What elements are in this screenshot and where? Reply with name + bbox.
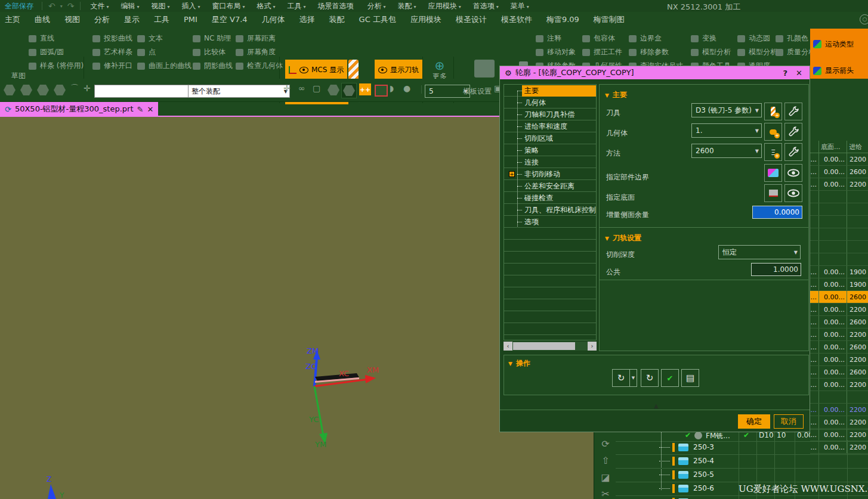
ribbon-item[interactable]: 圆弧/圆 [29,45,84,59]
solid-cube-icon[interactable] [328,85,339,95]
select-part-boundary-button[interactable] [764,164,782,182]
ribbon-item[interactable]: 孔颜色 [776,32,816,45]
table-row[interactable] [810,216,868,228]
ribbon-tab[interactable]: 显示 [124,14,140,25]
mcs-display-button[interactable]: MCS 显示 [285,60,347,80]
save-all-button[interactable]: 全部保存 [0,1,38,11]
table-row[interactable]: ... 0.00... 2200 [810,416,868,429]
menu-item[interactable]: 菜单▾ [505,1,535,11]
generate-toolpath-button[interactable]: ↻ [612,369,630,387]
table-row[interactable]: ... 0.00... 2600 [810,366,868,379]
new-method-button[interactable]: Ξ + [764,143,782,161]
dialog-tree-item[interactable]: + 刀具、程序和机床控制 [504,204,596,216]
curve-icon[interactable]: ⌒ [70,83,79,94]
geometry-dropdown[interactable]: 1. [691,123,762,138]
solid-cube-icon[interactable] [20,85,32,95]
ribbon-item[interactable]: 边界盒 [629,32,683,45]
menu-item[interactable]: 格式▾ [251,1,282,11]
table-row[interactable] [810,228,868,241]
dialog-tree-item[interactable]: + 几何体 [504,97,596,109]
ribbon-item[interactable]: 阴影曲线 [193,59,233,73]
tree-horizontal-scrollbar[interactable]: ‹ › [503,342,597,351]
table-row[interactable]: ... 0.00... 2200 [810,379,868,391]
navigator-folder-row[interactable]: 250-7 [616,496,868,499]
table-row[interactable]: ... 0.00... 2600 [810,166,868,178]
navigator-folder-row[interactable]: 250-4 [616,455,868,469]
solid-cube-icon[interactable] [37,85,49,95]
table-row[interactable]: ... 0.00... 2200 [810,429,868,441]
column-header-bottom[interactable]: 底面... [819,141,847,153]
menu-item[interactable]: 窗口布局▾ [206,1,251,11]
column-header-feed[interactable]: 进给 [847,141,868,153]
ribbon-item[interactable]: 屏幕距离 [236,32,283,45]
table-row[interactable]: ... 0.00... 2200 [810,153,868,166]
ribbon-tab[interactable]: 模圣设计 [456,14,487,25]
table-row[interactable]: ... 0.00... 2200 [810,354,868,366]
ribbon-tab[interactable]: 主页 [5,14,20,25]
table-row[interactable]: ... 0.00... 2200 [810,404,868,416]
table-row[interactable]: ... 0.00... 2200 [810,328,868,341]
dialog-tree-item[interactable]: + 连接 [504,156,596,168]
ribbon-tab[interactable]: 视图 [64,14,80,25]
ribbon-item[interactable]: 曲面上的曲线 [137,59,191,73]
ok-button[interactable]: 确定 [738,414,770,429]
group-header-action[interactable]: ▼操作 [508,358,530,368]
close-dialog-button[interactable]: ✕ [793,69,805,78]
ribbon-item[interactable]: 摆正工件 [582,45,622,59]
redo-icon[interactable]: ↷ [67,1,75,11]
replay-toolpath-button[interactable]: ↻ [641,369,659,387]
ribbon-item[interactable]: 艺术样条 [92,45,132,59]
ribbon-item[interactable]: 检查几何体 [236,59,283,73]
table-row[interactable]: ... 0.00... 2200 [810,178,868,191]
new-geometry-button[interactable]: + [764,123,782,141]
template-settings-button[interactable]: 模板设置 [463,86,492,97]
tool-icon[interactable]: ✂ [601,489,609,499]
ribbon-item[interactable]: 模型分析 [737,45,777,59]
dialog-tree-item[interactable]: + 选项 [504,216,596,228]
solid-cube-icon[interactable] [54,85,66,95]
dialog-tree-item[interactable]: + 碰撞检查 [504,192,596,204]
ribbon-item[interactable]: 包容体 [582,32,622,45]
ribbon-tab[interactable]: 应用模块 [410,14,441,25]
dialog-tree-item[interactable]: + 切削区域 [504,132,596,144]
ribbon-tab[interactable]: 装配 [329,14,345,25]
ribbon-tab[interactable]: 几何体 [262,14,285,25]
menu-item[interactable]: 文件▾ [84,1,115,11]
surface-icon[interactable]: ◪ [601,472,610,483]
ribbon-item[interactable]: 直线 [29,32,84,45]
link-icon[interactable]: ∞ [298,83,305,93]
ribbon-item[interactable]: 移动对象 [536,45,576,59]
ribbon-item[interactable]: NC 助理 [193,32,233,45]
dialog-tree-item[interactable]: + 主要 [504,85,596,97]
navigator-folder-row[interactable]: 250-3 [616,441,868,455]
dialog-tree-item[interactable]: + 进给率和速度 [504,120,596,132]
ribbon-tab[interactable]: PMI [184,15,197,24]
edit-method-button[interactable] [784,143,802,161]
undo-icon[interactable]: ↶ [48,1,55,11]
display-bottom-face-button[interactable] [784,184,802,202]
red-box-icon[interactable] [375,85,388,97]
sheet-icon[interactable]: ◗ [390,83,394,93]
ribbon-tab[interactable]: 梅雷9.09 [546,14,579,25]
box-icon[interactable]: ▢ [313,83,320,93]
ribbon-tab[interactable]: 梅雷制图 [594,14,625,25]
refresh-icon[interactable]: ⟳ [601,439,609,450]
ribbon-item[interactable]: 动态圆 [737,32,777,45]
stock-input[interactable]: 0.0000 [752,206,802,219]
menu-item[interactable]: 工具▾ [282,1,312,11]
scrollbar-thumb[interactable] [513,342,575,350]
select-bottom-face-button[interactable] [764,184,782,202]
ribbon-tab[interactable]: 工具 [154,14,169,25]
cancel-button[interactable]: 取消 [774,414,804,429]
ribbon-item[interactable]: 变换 [691,32,731,45]
menu-item[interactable]: 插入▾ [176,1,206,11]
assembly-scope-combo[interactable]: 整个装配 [188,85,290,98]
menu-item[interactable]: 应用模块▾ [422,1,467,11]
wcs-triad[interactable]: ZM ZC XC XM YC YM [280,337,400,456]
dialog-titlebar[interactable]: ⚙ 轮廓 - [轮廓_COPY_COPY_COPY] ? ✕ [500,66,810,79]
verify-toolpath-button[interactable]: ✔ [661,369,679,387]
ribbon-item[interactable]: 投影曲线 [92,32,132,45]
table-row[interactable] [810,391,868,404]
dialog-tree-item[interactable]: + 策略 [504,144,596,156]
ribbon-item[interactable]: 移除参数 [629,45,683,59]
